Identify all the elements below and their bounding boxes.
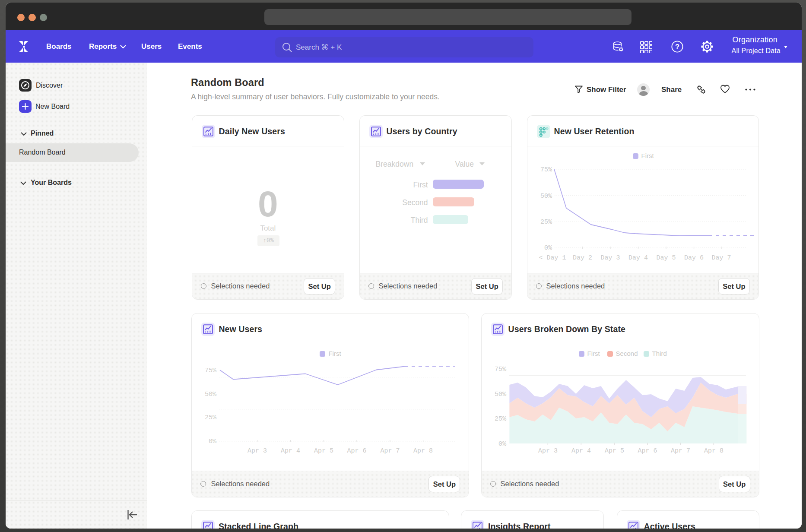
svg-text:Apr 7: Apr 7 — [381, 447, 400, 455]
svg-text:Day 5: Day 5 — [656, 254, 676, 262]
svg-text:75%: 75% — [495, 366, 507, 373]
svg-text:0%: 0% — [544, 244, 552, 252]
svg-text:Day 7: Day 7 — [711, 254, 731, 262]
svg-text:< Day 1: < Day 1 — [539, 254, 566, 262]
svg-text:Apr 8: Apr 8 — [413, 447, 433, 455]
svg-text:?: ? — [675, 43, 679, 51]
svg-text:Apr 3: Apr 3 — [538, 447, 557, 455]
svg-text:75%: 75% — [540, 166, 552, 174]
svg-text:Apr 6: Apr 6 — [638, 447, 657, 455]
svg-text:Day 4: Day 4 — [628, 254, 647, 262]
svg-text:25%: 25% — [540, 218, 552, 226]
svg-text:0%: 0% — [209, 438, 217, 445]
svg-text:Apr 8: Apr 8 — [704, 447, 723, 455]
svg-text:25%: 25% — [205, 414, 217, 421]
svg-text:Apr 5: Apr 5 — [314, 447, 333, 455]
svg-text:50%: 50% — [205, 391, 217, 398]
svg-text:50%: 50% — [540, 193, 552, 200]
svg-text:50%: 50% — [495, 391, 507, 398]
svg-text:Day 3: Day 3 — [600, 254, 620, 262]
svg-text:Day 6: Day 6 — [684, 254, 703, 262]
svg-text:Apr 4: Apr 4 — [281, 447, 300, 455]
svg-text:Apr 6: Apr 6 — [347, 447, 367, 455]
svg-text:Apr 7: Apr 7 — [670, 447, 690, 455]
svg-text:75%: 75% — [205, 367, 217, 374]
svg-text:Apr 5: Apr 5 — [604, 447, 624, 455]
svg-text:Apr 4: Apr 4 — [571, 447, 590, 455]
svg-text:Day 2: Day 2 — [572, 254, 592, 262]
svg-text:0%: 0% — [498, 440, 507, 448]
svg-text:25%: 25% — [495, 415, 507, 423]
svg-text:Apr 3: Apr 3 — [248, 447, 267, 455]
